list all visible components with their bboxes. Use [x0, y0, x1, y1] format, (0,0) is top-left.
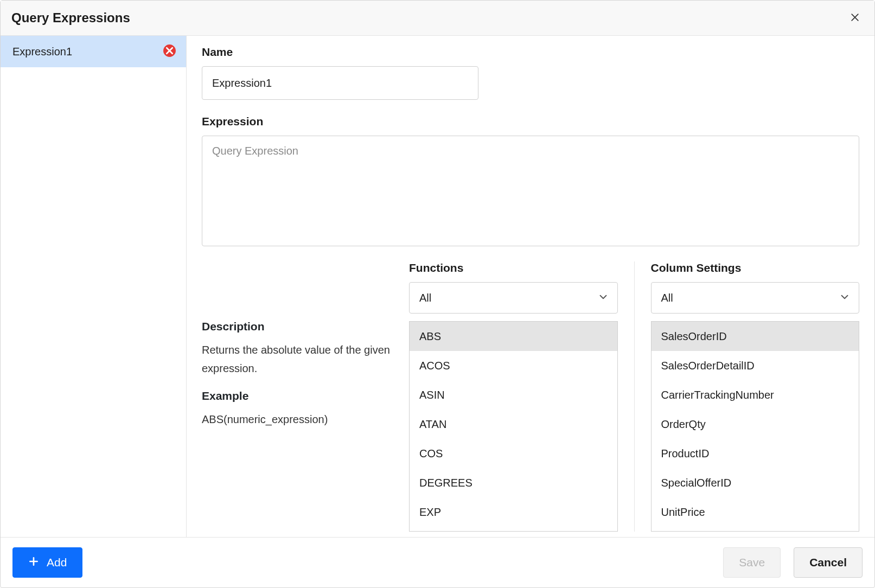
close-button[interactable] — [846, 9, 864, 27]
example-text: ABS(numeric_expression) — [202, 410, 399, 429]
column-list-item[interactable]: SpecialOfferID — [652, 468, 859, 497]
function-list-item[interactable]: DEGREES — [410, 468, 617, 497]
columns-list[interactable]: SalesOrderIDSalesOrderDetailIDCarrierTra… — [651, 321, 860, 532]
functions-filter-select[interactable]: All — [409, 282, 618, 314]
sidebar-item-expression[interactable]: Expression1 — [1, 36, 186, 67]
dialog-header: Query Expressions — [1, 1, 874, 36]
function-list-item[interactable]: COS — [410, 439, 617, 468]
column-list-item[interactable]: SalesOrderDetailID — [652, 351, 859, 380]
example-heading: Example — [202, 389, 399, 402]
name-label: Name — [202, 46, 859, 59]
dialog-title: Query Expressions — [11, 10, 130, 25]
columns-filter-value: All — [661, 292, 673, 304]
function-list-item[interactable]: ASIN — [410, 380, 617, 410]
save-button[interactable]: Save — [723, 547, 781, 578]
expressions-sidebar: Expression1 — [1, 36, 187, 537]
column-list-item[interactable]: CarrierTrackingNumber — [652, 380, 859, 410]
description-text: Returns the absolute value of the given … — [202, 341, 399, 378]
delete-expression-button[interactable] — [162, 44, 176, 59]
columns-filter-select[interactable]: All — [651, 282, 860, 314]
function-list-item[interactable]: ACOS — [410, 351, 617, 380]
delete-icon — [163, 44, 176, 59]
expression-label: Expression — [202, 115, 859, 128]
add-button-label: Add — [47, 556, 67, 569]
close-icon — [850, 12, 860, 24]
functions-list[interactable]: ABSACOSASINATANCOSDEGREESEXP — [409, 321, 618, 532]
cancel-button[interactable]: Cancel — [794, 547, 863, 578]
columns-panel: Column Settings All SalesOrderIDSalesOrd… — [635, 261, 860, 532]
description-heading: Description — [202, 320, 399, 333]
function-list-item[interactable]: ATAN — [410, 410, 617, 439]
sidebar-item-label: Expression1 — [12, 46, 72, 58]
query-expressions-dialog: Query Expressions Expression1 Name Expre… — [0, 0, 875, 588]
lower-panels: Description Returns the absolute value o… — [202, 261, 859, 532]
functions-panel: Functions All ABSACOSASINATANCOSDEGREESE… — [409, 261, 635, 532]
footer-right: Save Cancel — [723, 547, 863, 578]
description-panel: Description Returns the absolute value o… — [202, 261, 409, 532]
function-list-item[interactable]: ABS — [410, 322, 617, 351]
plus-icon — [28, 556, 39, 570]
function-list-item[interactable]: EXP — [410, 497, 617, 527]
column-list-item[interactable]: UnitPrice — [652, 497, 859, 527]
save-button-label: Save — [739, 556, 765, 569]
dialog-body: Expression1 Name Expression Description … — [1, 36, 874, 537]
functions-heading: Functions — [409, 261, 618, 274]
dialog-footer: Add Save Cancel — [1, 537, 874, 587]
expression-textarea[interactable] — [202, 136, 859, 246]
columns-heading: Column Settings — [651, 261, 860, 274]
name-input[interactable] — [202, 66, 478, 100]
column-list-item[interactable]: OrderQty — [652, 410, 859, 439]
column-list-item[interactable]: ProductID — [652, 439, 859, 468]
main-panel: Name Expression Description Returns the … — [187, 36, 874, 537]
add-button[interactable]: Add — [12, 547, 82, 578]
cancel-button-label: Cancel — [809, 556, 847, 569]
functions-filter-value: All — [419, 292, 431, 304]
column-list-item[interactable]: SalesOrderID — [652, 322, 859, 351]
